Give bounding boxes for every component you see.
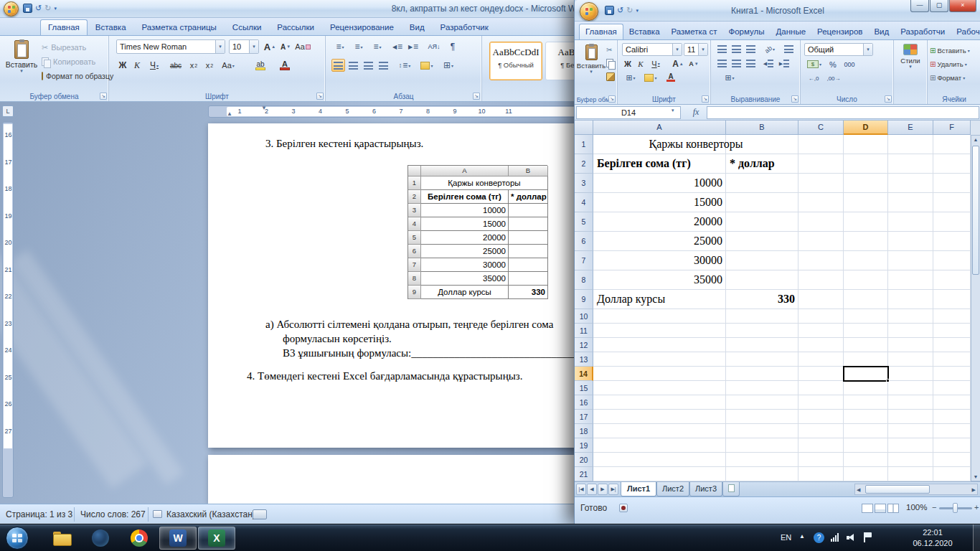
col-header-A[interactable]: A: [593, 121, 726, 135]
undo-icon[interactable]: ↺: [617, 6, 623, 15]
font-size-combo[interactable]: 11 ▾: [684, 43, 708, 56]
borders-button[interactable]: ⊞▾: [622, 72, 639, 84]
align-right-button[interactable]: [362, 59, 375, 72]
insert-dropdown-icon[interactable]: ▾: [968, 48, 970, 53]
word-page-indicator[interactable]: Страница: 1 из 3: [6, 509, 72, 519]
italic-button[interactable]: К: [131, 59, 143, 72]
cell-A7[interactable]: 30000: [593, 251, 726, 270]
line-spacing-dropdown-icon[interactable]: ▾: [408, 63, 410, 68]
subscript-button[interactable]: x2: [187, 59, 201, 72]
sheet-tab-list1[interactable]: Лист1: [621, 482, 656, 496]
excel-tab-formulas[interactable]: Формулы: [722, 24, 770, 39]
superscript-button[interactable]: x2: [202, 59, 217, 72]
increase-indent-button[interactable]: ▶: [777, 57, 791, 70]
row-header-17[interactable]: 17: [575, 410, 593, 424]
merge-center-dropdown-icon[interactable]: ▾: [732, 75, 735, 80]
font-size-dropdown-icon[interactable]: ▾: [698, 44, 707, 55]
volume-icon[interactable]: [847, 534, 857, 542]
font-name-combo[interactable]: Calibri ▾: [622, 43, 682, 56]
formula-input[interactable]: [707, 106, 979, 119]
vertical-scroll-thumb[interactable]: [972, 146, 979, 275]
font-size-combo[interactable]: 10 ▾: [229, 39, 259, 54]
col-header-F[interactable]: F: [933, 121, 971, 135]
paste-dropdown-icon[interactable]: ▾: [20, 69, 23, 73]
horizontal-scroll-thumb[interactable]: [865, 485, 930, 494]
scroll-up-icon[interactable]: ▲: [971, 137, 980, 142]
word-word-count[interactable]: Число слов: 267: [80, 509, 146, 519]
cell-A5[interactable]: 20000: [593, 212, 726, 232]
change-case-button[interactable]: Аа▾: [218, 59, 238, 72]
font-color-button[interactable]: А: [662, 72, 679, 84]
shading-button[interactable]: ▾: [418, 59, 436, 72]
row-header-2[interactable]: 2: [575, 154, 593, 174]
cell-A4[interactable]: 15000: [593, 193, 726, 212]
cell-B9[interactable]: 330: [726, 290, 798, 309]
clipboard-dialog-launcher[interactable]: ↘: [608, 95, 616, 103]
italic-button[interactable]: К: [635, 57, 646, 70]
name-box[interactable]: D14: [576, 106, 681, 119]
format-painter-button[interactable]: Формат по образцу: [42, 70, 109, 83]
excel-tab-home[interactable]: Главная: [579, 24, 623, 39]
cell-A6[interactable]: 25000: [593, 232, 726, 251]
wrap-text-button[interactable]: [781, 43, 796, 55]
cut-button[interactable]: ✂ Вырезать: [42, 41, 108, 54]
align-middle-button[interactable]: [730, 43, 743, 55]
scroll-right-icon[interactable]: ▶: [972, 487, 976, 493]
view-page-layout-icon[interactable]: [875, 504, 886, 513]
select-all-corner[interactable]: [575, 121, 593, 135]
underline-button[interactable]: Ч▾: [145, 59, 164, 72]
align-top-button[interactable]: [715, 43, 728, 55]
insert-cells-button[interactable]: ⊞ Вставить ▾: [930, 44, 980, 57]
shrink-font-button[interactable]: А▼: [687, 57, 701, 70]
row-header-15[interactable]: 15: [575, 381, 593, 395]
scroll-left-icon[interactable]: ◀: [857, 487, 860, 493]
underline-button[interactable]: Ч▾: [648, 57, 664, 70]
zoom-slider-thumb[interactable]: [953, 503, 958, 513]
grow-font-button[interactable]: А▲: [671, 57, 685, 70]
save-icon[interactable]: [605, 6, 614, 15]
row-header-14[interactable]: 14: [575, 367, 593, 381]
sheet-nav-first-icon[interactable]: |◀: [576, 484, 586, 495]
accounting-dropdown-icon[interactable]: ▾: [819, 62, 821, 67]
underline-dropdown-icon[interactable]: ▾: [156, 63, 159, 68]
show-hidden-icons-button[interactable]: ▲: [799, 533, 805, 540]
paste-button[interactable]: Вставить ▾: [4, 38, 39, 91]
maximize-button[interactable]: ▢: [930, 0, 948, 12]
numbering-dropdown-icon[interactable]: ▾: [361, 44, 363, 50]
font-color-button[interactable]: А: [274, 59, 296, 72]
taskbar-word-button[interactable]: W: [159, 527, 197, 550]
col-header-B[interactable]: B: [726, 121, 798, 135]
bullets-dropdown-icon[interactable]: ▾: [342, 44, 344, 50]
row-header-20[interactable]: 20: [575, 453, 593, 467]
insert-worksheet-tab[interactable]: [722, 482, 740, 496]
word-tab-home[interactable]: Главная: [40, 19, 88, 35]
show-paragraph-marks-button[interactable]: ¶: [446, 40, 459, 53]
grow-font-button[interactable]: А▲: [263, 40, 277, 53]
merge-center-button[interactable]: ⊞▾: [715, 72, 744, 84]
col-header-D[interactable]: D: [844, 121, 888, 135]
action-center-flag-icon[interactable]: [864, 532, 872, 542]
font-dialog-launcher[interactable]: ↘: [702, 95, 709, 103]
excel-tab-review[interactable]: Рецензиров: [811, 24, 868, 39]
align-left-button[interactable]: [331, 59, 345, 72]
excel-tab-insert[interactable]: Вставка: [623, 24, 666, 39]
row-header-11[interactable]: 11: [575, 324, 593, 338]
row-header-18[interactable]: 18: [575, 424, 593, 438]
ruler-tab-selector[interactable]: L: [2, 105, 14, 117]
change-case-dropdown-icon[interactable]: ▾: [232, 63, 235, 68]
numbering-button[interactable]: ≡▾: [350, 40, 367, 53]
align-bottom-button[interactable]: [744, 43, 757, 55]
font-name-dropdown-icon[interactable]: ▾: [215, 40, 225, 53]
word-tab-insert[interactable]: Вставка: [88, 19, 134, 35]
row-header-13[interactable]: 13: [575, 352, 593, 367]
col-header-E[interactable]: E: [888, 121, 933, 135]
bullets-button[interactable]: ≡▾: [331, 40, 349, 53]
minimize-button[interactable]: —: [910, 0, 929, 12]
number-format-dropdown-icon[interactable]: ▾: [863, 44, 872, 55]
copy-button[interactable]: Копировать: [42, 55, 108, 68]
decrease-decimal-button[interactable]: ,00→: [824, 72, 843, 84]
redo-icon[interactable]: ↻: [626, 6, 633, 15]
line-spacing-button[interactable]: ↕≡▾: [395, 59, 415, 72]
bold-button[interactable]: Ж: [116, 59, 129, 72]
redo-icon[interactable]: ↻: [44, 4, 51, 13]
